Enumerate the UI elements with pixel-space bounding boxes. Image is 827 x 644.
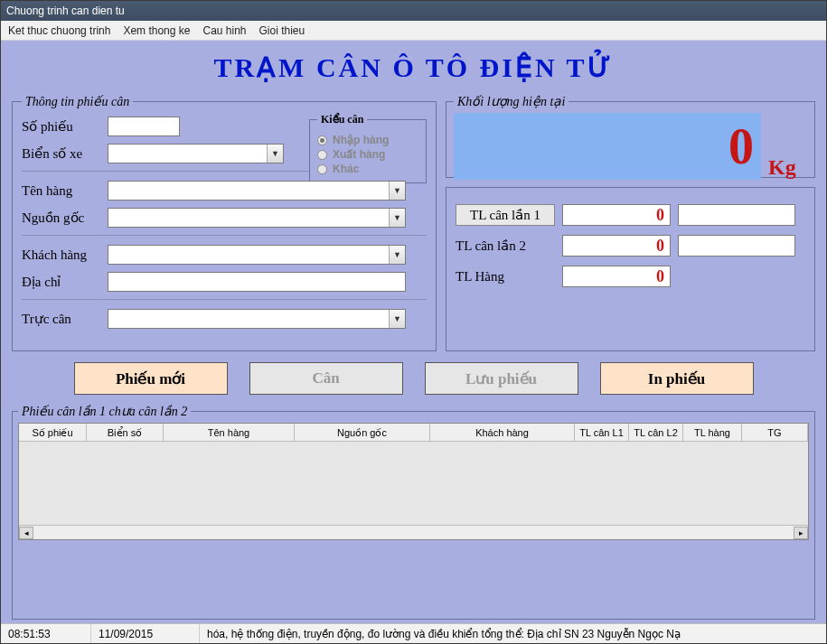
label-khach-hang: Khách hàng <box>22 247 108 263</box>
save-ticket-button[interactable]: Lưu phiếu <box>425 362 578 395</box>
tl-hang-label: TL Hàng <box>456 269 555 285</box>
col-ten-hang[interactable]: Tên hàng <box>164 424 295 441</box>
app-body: TRẠM CÂN Ô TÔ ĐIỆN TỬ Thông tin phiếu câ… <box>1 41 826 623</box>
input-ten-hang[interactable] <box>108 181 406 201</box>
combo-bien-so[interactable]: ▼ <box>108 144 284 163</box>
pending-grid-group: Phiếu cân lần 1 chưa cân lần 2 Số phiếu … <box>12 404 815 620</box>
pending-grid-legend: Phiếu cân lần 1 chưa cân lần 2 <box>18 404 191 419</box>
chevron-down-icon[interactable]: ▼ <box>267 145 283 163</box>
grid-header-row: Số phiếu Biển số Tên hàng Nguồn gốc Khác… <box>19 424 808 442</box>
tl-hang-value[interactable] <box>562 266 671 287</box>
divider <box>22 235 427 236</box>
divider <box>22 299 427 300</box>
chevron-down-icon[interactable]: ▼ <box>389 246 405 264</box>
status-bar: 08:51:53 11/09/2015 hóa, hệ thống điện, … <box>1 623 826 643</box>
menu-stats[interactable]: Xem thong ke <box>123 24 190 37</box>
combo-khach-hang[interactable]: ▼ <box>108 245 406 265</box>
chevron-down-icon[interactable]: ▼ <box>389 209 405 227</box>
scroll-left-icon[interactable]: ◂ <box>19 527 33 539</box>
weigh-type-group: Kiểu cân Nhập hàng Xuất hàng Khác <box>309 113 427 183</box>
label-so-phieu: Số phiếu <box>22 118 108 135</box>
weight-display-panel: 0 <box>454 113 761 180</box>
col-tl1[interactable]: TL cân L1 <box>575 424 629 441</box>
input-so-phieu[interactable] <box>108 117 180 136</box>
ticket-info-legend: Thông tin phiếu cân <box>22 94 133 109</box>
radio-xuat-label: Xuất hàng <box>333 148 385 161</box>
weigh-button[interactable]: Cân <box>249 362 403 395</box>
radio-dot-icon <box>317 135 327 145</box>
input-khach-hang[interactable] <box>108 245 406 265</box>
new-ticket-button[interactable]: Phiếu mới <box>74 362 228 395</box>
col-tlhang[interactable]: TL hàng <box>683 424 742 441</box>
label-nguon-goc: Nguồn gốc <box>22 210 108 226</box>
col-so-phieu[interactable]: Số phiếu <box>19 424 87 441</box>
right-column: Khối lượng hiện tại 0 Kg TL cân lần 1 <box>446 94 815 351</box>
radio-khac[interactable]: Khác <box>317 163 418 175</box>
weigh-type-legend: Kiểu cân <box>317 113 367 126</box>
col-tg[interactable]: TG <box>742 424 808 441</box>
chevron-down-icon[interactable]: ▼ <box>389 310 405 328</box>
label-dia-chi: Địa chỉ <box>22 274 108 290</box>
label-ten-hang: Tên hàng <box>22 183 108 199</box>
input-nguon-goc[interactable] <box>108 208 406 228</box>
combo-ten-hang[interactable]: ▼ <box>108 181 406 201</box>
status-date: 11/09/2015 <box>91 624 200 643</box>
window-titlebar: Chuong trinh can dien tu <box>1 1 826 21</box>
current-weight-group: Khối lượng hiện tại 0 Kg <box>446 94 815 178</box>
menu-exit[interactable]: Ket thuc chuong trinh <box>8 24 110 37</box>
tl-lan2-value[interactable] <box>562 235 671 257</box>
combo-truc-can[interactable]: ▼ <box>108 309 406 329</box>
radio-dot-icon <box>317 150 327 160</box>
label-bien-so: Biển số xe <box>22 145 108 162</box>
radio-nhap-hang[interactable]: Nhập hàng <box>317 134 418 146</box>
chevron-down-icon[interactable]: ▼ <box>389 182 405 200</box>
ticket-info-group: Thông tin phiếu cân Kiểu cân Nhập hàng X… <box>12 94 437 351</box>
col-bien-so[interactable]: Biển số <box>87 424 164 441</box>
tl-lan1-value[interactable] <box>562 204 671 226</box>
label-truc-can: Trực cân <box>22 311 108 327</box>
status-message: hóa, hệ thống điện, truyền động, đo lườn… <box>200 624 826 643</box>
tl-lan1-button[interactable]: TL cân lần 1 <box>456 204 555 226</box>
page-title: TRẠM CÂN Ô TÔ ĐIỆN TỬ <box>12 51 815 83</box>
menu-config[interactable]: Cau hinh <box>202 24 246 37</box>
print-ticket-button[interactable]: In phiếu <box>600 362 754 395</box>
horizontal-scrollbar[interactable]: ◂ ▸ <box>19 525 808 539</box>
combo-nguon-goc[interactable]: ▼ <box>108 208 406 228</box>
tl-lan2-label: TL cân lần 2 <box>456 238 555 254</box>
scroll-right-icon[interactable]: ▸ <box>794 527 808 539</box>
col-khach-hang[interactable]: Khách hàng <box>430 424 575 441</box>
radio-xuat-hang[interactable]: Xuất hàng <box>317 148 418 161</box>
menu-about[interactable]: Gioi thieu <box>259 24 305 37</box>
grid-body[interactable] <box>19 442 808 525</box>
unit-kg-label: Kg <box>768 155 796 180</box>
tl-lan2-extra[interactable] <box>678 235 795 257</box>
col-nguon-goc[interactable]: Nguồn gốc <box>295 424 430 441</box>
radio-dot-icon <box>317 164 327 174</box>
tl-lan1-extra[interactable] <box>678 204 795 226</box>
top-row: Thông tin phiếu cân Kiểu cân Nhập hàng X… <box>12 94 815 351</box>
data-grid[interactable]: Số phiếu Biển số Tên hàng Nguồn gốc Khác… <box>18 423 809 540</box>
status-time: 08:51:53 <box>1 624 91 643</box>
col-tl2[interactable]: TL cân L2 <box>629 424 683 441</box>
weigh-results-group: TL cân lần 1 TL cân lần 2 TL Hàng <box>446 187 815 351</box>
action-button-row: Phiếu mới Cân Lưu phiếu In phiếu <box>12 362 815 395</box>
input-truc-can[interactable] <box>108 309 406 329</box>
input-dia-chi[interactable] <box>108 272 406 292</box>
radio-nhap-label: Nhập hàng <box>333 134 389 146</box>
current-weight-legend: Khối lượng hiện tại <box>454 94 569 109</box>
menubar: Ket thuc chuong trinh Xem thong ke Cau h… <box>1 21 826 41</box>
app-window: Chuong trinh can dien tu Ket thuc chuong… <box>0 0 827 644</box>
window-title: Chuong trinh can dien tu <box>6 5 125 17</box>
radio-khac-label: Khác <box>333 163 359 175</box>
weight-value: 0 <box>728 117 754 175</box>
input-bien-so[interactable] <box>108 144 284 163</box>
